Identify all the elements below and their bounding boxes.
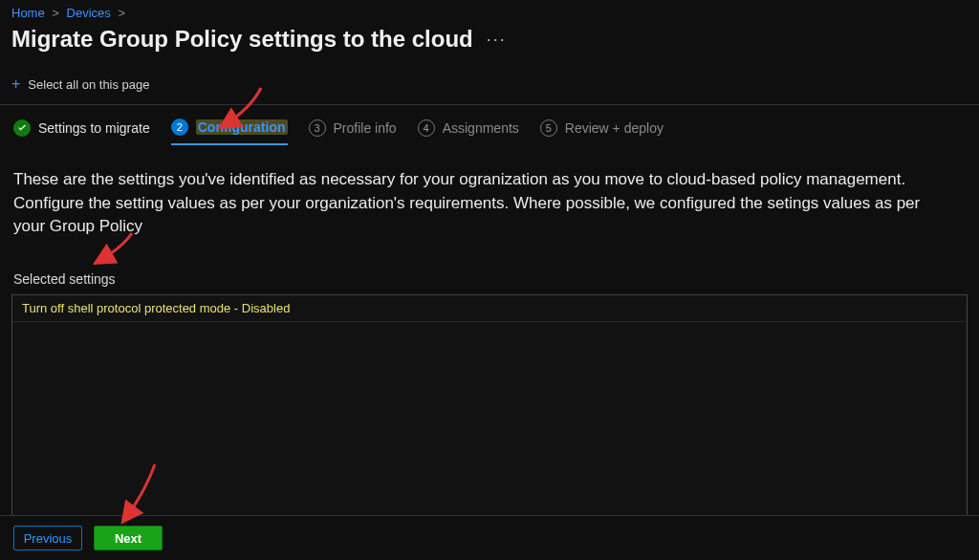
- chevron-right-icon: >: [118, 6, 125, 20]
- step-label: Configuration: [196, 119, 288, 135]
- page-title-row: Migrate Group Policy settings to the clo…: [0, 22, 979, 66]
- plus-icon: +: [11, 75, 20, 93]
- step-review-deploy[interactable]: 5 Review + deploy: [540, 119, 664, 144]
- step-label: Profile info: [334, 120, 397, 136]
- selected-settings-list[interactable]: Turn off shell protocol protected mode -…: [11, 294, 968, 522]
- next-button[interactable]: Next: [94, 526, 163, 550]
- step-label: Settings to migrate: [38, 120, 150, 136]
- previous-button[interactable]: Previous: [13, 526, 82, 550]
- step-profile-info[interactable]: 3 Profile info: [309, 119, 397, 144]
- step-settings-to-migrate[interactable]: Settings to migrate: [13, 119, 150, 144]
- step-description: These are the settings you've identified…: [0, 145, 956, 239]
- step-assignments[interactable]: 4 Assignments: [418, 119, 519, 144]
- toolbar: + Select all on this page: [0, 66, 979, 105]
- select-all-button[interactable]: + Select all on this page: [11, 75, 150, 93]
- selected-settings-label: Selected settings: [0, 239, 979, 291]
- page-title: Migrate Group Policy settings to the clo…: [11, 26, 473, 53]
- checkmark-icon: [13, 119, 31, 137]
- breadcrumb-home[interactable]: Home: [11, 6, 45, 20]
- wizard-steps: Settings to migrate 2 Configuration 3 Pr…: [0, 105, 979, 145]
- step-label: Review + deploy: [565, 120, 664, 136]
- step-label: Assignments: [443, 120, 519, 136]
- step-number-icon: 4: [418, 119, 435, 137]
- wizard-footer: Previous Next: [0, 515, 979, 560]
- chevron-right-icon: >: [52, 6, 59, 20]
- breadcrumb-devices[interactable]: Devices: [67, 6, 111, 20]
- step-configuration[interactable]: 2 Configuration: [171, 118, 288, 145]
- more-menu-button[interactable]: ···: [487, 30, 507, 50]
- step-number-icon: 3: [309, 119, 326, 137]
- step-number-icon: 2: [171, 118, 188, 136]
- select-all-label: Select all on this page: [28, 77, 149, 92]
- list-item[interactable]: Turn off shell protocol protected mode -…: [12, 295, 967, 322]
- breadcrumbs: Home > Devices >: [0, 0, 979, 22]
- step-number-icon: 5: [540, 119, 557, 137]
